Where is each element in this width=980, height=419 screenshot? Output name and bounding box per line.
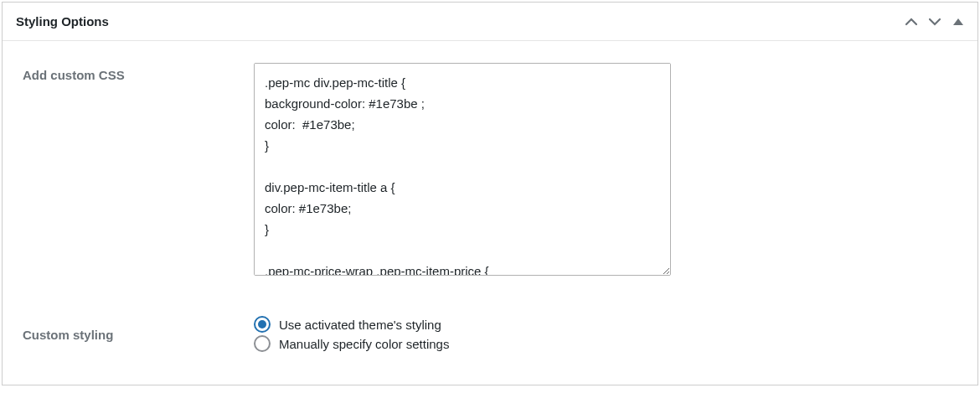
field-row-custom-css: Add custom CSS	[23, 63, 957, 279]
radio-circle-icon	[254, 316, 271, 333]
panel-title: Styling Options	[16, 14, 109, 28]
chevron-down-icon[interactable]	[929, 16, 941, 28]
field-row-custom-styling: Custom styling Use activated theme's sty…	[23, 316, 957, 354]
radio-option-manual[interactable]: Manually specify color settings	[254, 335, 957, 352]
radio-circle-icon	[254, 335, 271, 352]
custom-css-textarea[interactable]	[254, 63, 671, 276]
custom-styling-label: Custom styling	[23, 316, 254, 342]
styling-options-panel: Styling Options Add custom CSS Custom st…	[2, 2, 978, 385]
custom-css-control	[254, 63, 957, 279]
panel-body: Add custom CSS Custom styling Use activa…	[3, 41, 977, 385]
chevron-up-icon[interactable]	[905, 16, 917, 28]
radio-label-use-theme: Use activated theme's styling	[279, 318, 441, 332]
custom-styling-radio-group: Use activated theme's styling Manually s…	[254, 316, 957, 354]
radio-label-manual: Manually specify color settings	[279, 337, 449, 351]
radio-option-use-theme[interactable]: Use activated theme's styling	[254, 316, 957, 333]
panel-header-controls	[905, 16, 964, 28]
triangle-up-icon[interactable]	[952, 16, 964, 28]
radio-dot-icon	[258, 320, 266, 328]
panel-header: Styling Options	[3, 3, 977, 41]
row-spacer	[23, 279, 957, 316]
custom-css-label: Add custom CSS	[23, 63, 254, 82]
